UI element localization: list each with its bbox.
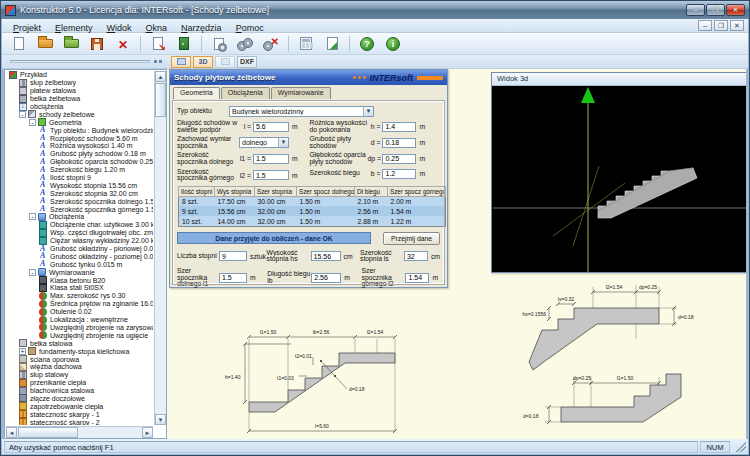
upper-landing-result-input[interactable] — [405, 273, 429, 283]
cancel-calc-button[interactable] — [259, 34, 283, 54]
print-preview-button[interactable] — [215, 56, 235, 68]
settings-page-button[interactable] — [207, 34, 231, 54]
collapse-icon[interactable]: - — [29, 119, 36, 126]
tree-item[interactable]: więźba dachowa — [6, 363, 153, 371]
tree-item[interactable]: Szerokość biegu 1.20 m — [6, 166, 153, 174]
menu-widok[interactable]: Widok — [100, 23, 139, 33]
tree-item[interactable]: słup żelbetowy — [6, 79, 153, 87]
object-type-select[interactable]: Budynek wielorodzinny ▼ — [229, 106, 374, 117]
tree-item[interactable]: Szerokość stopnia 32.00 cm — [6, 189, 153, 197]
mdi-restore-button[interactable]: ❐ — [714, 20, 728, 31]
resize-grip[interactable] — [736, 442, 746, 452]
tab-obciążenia[interactable]: Obciążenia — [221, 87, 270, 99]
report-view-button[interactable] — [171, 56, 191, 68]
accept-data-button[interactable]: Przejmij dane — [383, 232, 440, 245]
menu-elementy[interactable]: Elementy — [48, 23, 100, 33]
tree-item[interactable]: płatew stalowa — [6, 87, 153, 95]
tree-item[interactable]: złącze doczołowe — [6, 395, 153, 403]
tree-item[interactable]: belka stalowa — [6, 339, 153, 347]
dialog-title-bar[interactable]: Schody płytowe żelbetowe INTERsoft — [170, 70, 447, 85]
tree-item[interactable]: Grubość okładziny - poziomej 0.03 m — [6, 252, 153, 260]
tab-wymiarowanie[interactable]: Wymiarowanie — [271, 87, 331, 99]
tree-item[interactable]: Max. szerokość rys 0.30 — [6, 292, 153, 300]
tree-item[interactable]: stateczność skarpy - 2 — [6, 418, 153, 425]
table-row[interactable]: 9 szt.15.56 cm32.00 cm1.50 m2.56 m1.54 m — [179, 206, 446, 216]
tree-item[interactable]: -Geometria — [6, 118, 153, 126]
expand-icon[interactable]: + — [19, 348, 26, 355]
about-button[interactable]: i — [381, 34, 405, 54]
flight-width-input[interactable] — [382, 169, 416, 179]
tree-horizontal-scrollbar[interactable]: ◄ ► — [6, 426, 153, 438]
tree-item[interactable]: Rozpiętość schodów 5.60 m — [6, 134, 153, 142]
scroll-down-arrow[interactable]: ▼ — [155, 414, 166, 425]
mdi-close-button[interactable]: ✕ — [730, 20, 744, 31]
tree-item[interactable]: Grubość tynku 0.015 m — [6, 260, 153, 268]
step-width-input[interactable] — [404, 251, 428, 261]
tree-item[interactable]: Klasa betonu B20 — [6, 276, 153, 284]
menu-projekt[interactable]: Projekt — [6, 23, 48, 33]
calculator-button[interactable] — [294, 34, 318, 54]
tab-geometria[interactable]: Geometria — [173, 87, 220, 99]
menu-pomoc[interactable]: Pomoc — [229, 23, 271, 33]
tree-item[interactable]: Uwzględnij zbrojenie na zarysowanie — [6, 324, 153, 332]
tree-item[interactable]: obciążenia — [6, 103, 153, 111]
steps-count-input[interactable] — [219, 251, 247, 261]
table-row[interactable]: 10 szt.14.00 cm32.00 cm1.50 m2.88 m1.22 … — [179, 216, 446, 226]
delete-button[interactable] — [111, 34, 135, 54]
tree-item[interactable]: Klasa stali St0SX — [6, 284, 153, 292]
scroll-right-arrow[interactable]: ► — [142, 427, 153, 438]
tree-item[interactable]: -Obciążenia — [6, 213, 153, 221]
stair-length-input[interactable] — [253, 122, 289, 132]
height-diff-input[interactable] — [382, 122, 416, 132]
step-height-input[interactable] — [311, 251, 341, 261]
slab-thickness-input[interactable] — [382, 138, 416, 148]
tree-item[interactable]: Uwzględnij zbrojenie na ugięcie — [6, 331, 153, 339]
tree-item[interactable]: Średnica prętów na zginanie 16.00 — [6, 300, 153, 308]
help-button[interactable]: ? — [355, 34, 379, 54]
open-element-button[interactable] — [59, 34, 83, 54]
collapse-icon[interactable]: - — [19, 111, 26, 118]
tree-item[interactable]: -schody żelbetowe — [6, 110, 153, 118]
flight-length-input[interactable] — [311, 273, 341, 283]
dxf-export-button[interactable]: DXF — [237, 56, 257, 68]
tree-item[interactable]: blachownica stalowa — [6, 387, 153, 395]
tree-item[interactable]: Głębokość oparcia schodów 0.25 m — [6, 158, 153, 166]
tree-item[interactable]: Otulenie 0.02 — [6, 308, 153, 316]
tree-item[interactable]: Wsp. części długotrwałej obc. zmiennego … — [6, 229, 153, 237]
tree-item[interactable]: +fundamenty-stopa kielichowa — [6, 347, 153, 355]
tree-item[interactable]: Wysokość stopnia 15.56 cm — [6, 181, 153, 189]
tree-item[interactable]: Różnica wysokości 1.40 m — [6, 142, 153, 150]
view3d-viewport[interactable] — [493, 86, 745, 271]
scroll-thumb-h[interactable] — [18, 427, 78, 438]
tree-item[interactable]: Grubość płyty schodów 0.18 m — [6, 150, 153, 158]
exit-button[interactable] — [172, 34, 196, 54]
tree-item[interactable]: Typ obiektu : Budynek wielorodzinny — [6, 126, 153, 134]
tree-item[interactable]: słup stalowy — [6, 371, 153, 379]
mdi-minimize-button[interactable]: – — [698, 20, 712, 31]
scroll-thumb[interactable] — [155, 83, 166, 117]
tree-item[interactable]: -Wymiarowanie — [6, 268, 153, 276]
collapse-icon[interactable]: - — [29, 213, 36, 220]
upper-landing-input[interactable] — [253, 170, 289, 180]
tree-item[interactable]: Obciążenie char. użytkowe 3.00 kN/m2 — [6, 221, 153, 229]
collapse-icon[interactable]: - — [29, 269, 36, 276]
tree-item[interactable]: Szerokość spocznika dolnego 1.50 m — [6, 197, 153, 205]
lower-landing-result-input[interactable] — [219, 273, 247, 283]
tree-item[interactable]: ściana oporowa — [6, 355, 153, 363]
view-3d-button[interactable]: 3D — [193, 56, 213, 68]
minimize-button[interactable]: – — [686, 4, 705, 16]
scroll-up-arrow[interactable]: ▲ — [155, 71, 166, 82]
menu-okna[interactable]: Okna — [139, 23, 175, 33]
support-depth-input[interactable] — [382, 154, 416, 164]
new-project-button[interactable] — [7, 34, 31, 54]
save-button[interactable] — [85, 34, 109, 54]
tree-item[interactable]: Grubość okładziny - pionowej 0.01 m — [6, 245, 153, 253]
tree-item[interactable]: belka żelbetowa — [6, 95, 153, 103]
tree-item[interactable]: stateczność skarpy - 1 — [6, 410, 153, 418]
scroll-left-arrow[interactable]: ◄ — [6, 427, 17, 438]
open-project-button[interactable] — [33, 34, 57, 54]
menu-narzędzia[interactable]: Narzędzia — [174, 23, 229, 33]
lower-landing-input[interactable] — [253, 154, 289, 164]
tree-item[interactable]: Lokalizacja : wewnętrzne — [6, 316, 153, 324]
report-button[interactable] — [320, 34, 344, 54]
